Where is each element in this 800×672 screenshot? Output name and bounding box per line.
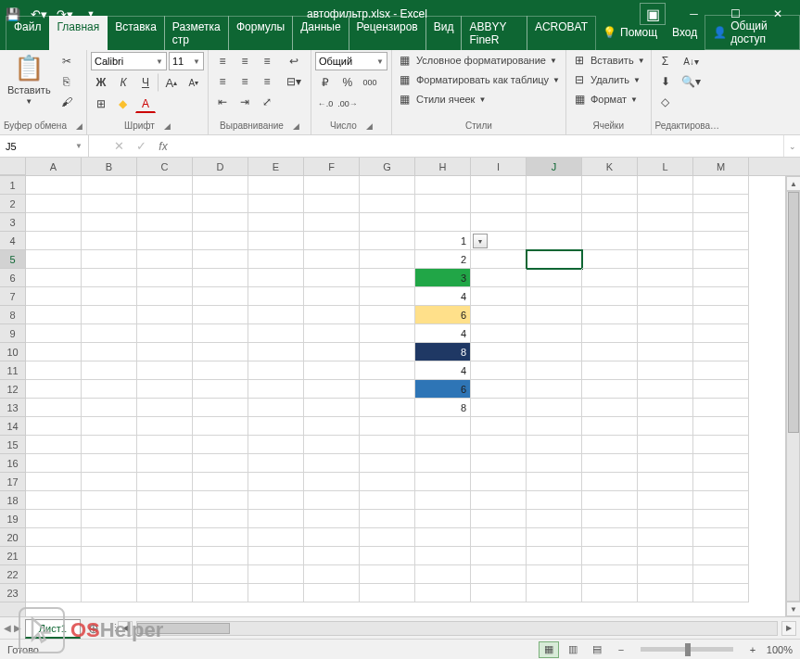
dialog-launcher-icon[interactable]: ◢ xyxy=(164,121,171,131)
find-select-button[interactable]: 🔍▾ xyxy=(679,72,704,91)
cell[interactable] xyxy=(137,232,193,250)
cell[interactable] xyxy=(137,361,193,380)
cell[interactable] xyxy=(137,213,193,232)
column-header[interactable]: K xyxy=(582,158,638,175)
row-header[interactable]: 6 xyxy=(0,269,25,287)
row-header[interactable]: 10 xyxy=(0,343,25,361)
row-header[interactable]: 3 xyxy=(0,213,25,232)
cell[interactable] xyxy=(693,269,749,287)
cells-area[interactable]: 1234648468▼ xyxy=(26,176,800,616)
cell[interactable] xyxy=(193,195,248,213)
tab-вид[interactable]: Вид xyxy=(425,16,463,50)
cell[interactable] xyxy=(582,454,638,473)
scroll-right-icon[interactable]: ▶ xyxy=(781,621,796,636)
insert-cells-button[interactable]: ⊞Вставить▼ xyxy=(570,52,647,69)
cell[interactable] xyxy=(26,473,82,491)
cell[interactable] xyxy=(471,343,527,361)
cell[interactable] xyxy=(471,195,527,213)
select-all-corner[interactable] xyxy=(0,158,26,175)
cell[interactable] xyxy=(638,361,693,380)
row-header[interactable]: 8 xyxy=(0,306,25,324)
cell[interactable] xyxy=(415,176,471,195)
cell[interactable] xyxy=(137,528,193,547)
cell[interactable] xyxy=(82,361,137,380)
cell[interactable] xyxy=(26,547,82,565)
cell[interactable] xyxy=(82,213,137,232)
cell[interactable] xyxy=(137,436,193,454)
cell[interactable] xyxy=(248,232,304,250)
cell[interactable] xyxy=(360,213,415,232)
decrease-indent-button[interactable]: ⇤ xyxy=(212,93,233,111)
cell[interactable] xyxy=(26,250,82,269)
cell[interactable] xyxy=(248,213,304,232)
cell[interactable] xyxy=(360,473,415,491)
cell[interactable] xyxy=(360,510,415,528)
cell[interactable] xyxy=(638,454,693,473)
cell[interactable] xyxy=(693,343,749,361)
cell[interactable] xyxy=(137,380,193,399)
accept-formula-icon[interactable]: ✓ xyxy=(130,137,152,156)
cell[interactable] xyxy=(26,454,82,473)
cell[interactable] xyxy=(26,565,82,584)
row-header[interactable]: 12 xyxy=(0,380,25,399)
cell[interactable] xyxy=(638,528,693,547)
cell[interactable] xyxy=(693,565,749,584)
cell[interactable] xyxy=(693,510,749,528)
cell[interactable] xyxy=(248,584,304,602)
row-header[interactable]: 23 xyxy=(0,584,25,602)
cell[interactable] xyxy=(638,195,693,213)
cell[interactable] xyxy=(693,399,749,417)
cell[interactable] xyxy=(638,213,693,232)
cell[interactable] xyxy=(82,343,137,361)
cell[interactable] xyxy=(137,399,193,417)
sort-filter-button[interactable]: A↓▾ xyxy=(679,52,704,70)
cell[interactable] xyxy=(304,361,360,380)
cell[interactable]: 4 xyxy=(415,324,471,343)
cell[interactable] xyxy=(471,491,527,510)
cell[interactable] xyxy=(693,195,749,213)
cell[interactable] xyxy=(693,213,749,232)
cell[interactable] xyxy=(693,324,749,343)
cell[interactable] xyxy=(26,269,82,287)
cell[interactable] xyxy=(415,491,471,510)
cell[interactable] xyxy=(471,306,527,324)
cell[interactable] xyxy=(693,454,749,473)
cell[interactable] xyxy=(582,380,638,399)
cell[interactable]: 6 xyxy=(415,306,471,324)
scroll-up-icon[interactable]: ▲ xyxy=(786,176,800,191)
align-bottom-button[interactable]: ≡ xyxy=(257,52,277,70)
cell[interactable] xyxy=(304,250,360,269)
cell[interactable] xyxy=(193,491,248,510)
cell[interactable]: 1 xyxy=(415,232,471,250)
cell[interactable] xyxy=(415,213,471,232)
cell[interactable] xyxy=(693,491,749,510)
cell[interactable] xyxy=(415,565,471,584)
cell[interactable] xyxy=(137,417,193,436)
cell[interactable] xyxy=(82,547,137,565)
percent-button[interactable]: % xyxy=(337,73,358,92)
row-header[interactable]: 2 xyxy=(0,195,25,213)
increase-decimal-button[interactable]: ←.0 xyxy=(315,95,336,113)
comma-style-button[interactable]: 000 xyxy=(360,73,380,92)
zoom-slider[interactable] xyxy=(641,647,733,652)
zoom-in-button[interactable]: + xyxy=(743,641,763,658)
cell[interactable] xyxy=(248,324,304,343)
cell[interactable] xyxy=(527,547,582,565)
cell[interactable] xyxy=(360,584,415,602)
cell[interactable] xyxy=(638,491,693,510)
font-color-button[interactable]: A xyxy=(135,95,156,113)
cell[interactable] xyxy=(360,269,415,287)
cell[interactable] xyxy=(193,436,248,454)
cell[interactable] xyxy=(471,324,527,343)
cell[interactable] xyxy=(582,195,638,213)
cell[interactable] xyxy=(527,436,582,454)
column-header[interactable]: G xyxy=(360,158,415,175)
cell[interactable] xyxy=(82,324,137,343)
italic-button[interactable]: К xyxy=(113,73,133,92)
cell[interactable] xyxy=(304,213,360,232)
cell[interactable] xyxy=(527,399,582,417)
row-header[interactable]: 14 xyxy=(0,417,25,436)
tab-формулы[interactable]: Формулы xyxy=(228,16,293,50)
row-header[interactable]: 4 xyxy=(0,232,25,250)
cell[interactable] xyxy=(248,399,304,417)
